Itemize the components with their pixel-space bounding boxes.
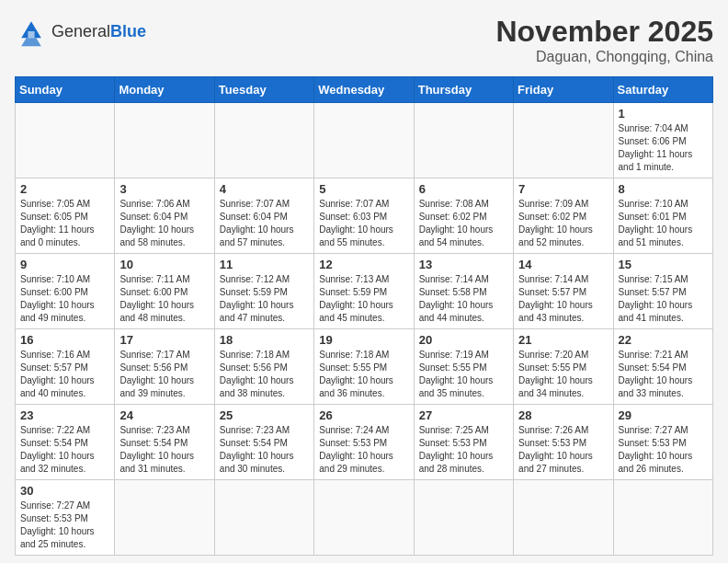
col-sunday: Sunday xyxy=(16,77,115,103)
calendar-cell: 25Sunrise: 7:23 AM Sunset: 5:54 PM Dayli… xyxy=(214,405,313,480)
calendar-subtitle: Daguan, Chongqing, China xyxy=(495,49,713,65)
col-thursday: Thursday xyxy=(414,77,513,103)
calendar-week-2: 2Sunrise: 7:05 AM Sunset: 6:05 PM Daylig… xyxy=(16,178,713,254)
day-number: 17 xyxy=(119,333,209,347)
calendar-cell: 16Sunrise: 7:16 AM Sunset: 5:57 PM Dayli… xyxy=(16,329,115,405)
day-number: 18 xyxy=(220,333,309,347)
day-info: Sunrise: 7:26 AM Sunset: 5:53 PM Dayligh… xyxy=(518,424,608,476)
col-saturday: Saturday xyxy=(613,77,712,103)
day-number: 2 xyxy=(20,182,109,196)
day-info: Sunrise: 7:11 AM Sunset: 6:00 PM Dayligh… xyxy=(119,273,209,325)
calendar-cell: 21Sunrise: 7:20 AM Sunset: 5:55 PM Dayli… xyxy=(514,329,613,405)
calendar-cell xyxy=(414,480,513,556)
day-info: Sunrise: 7:09 AM Sunset: 6:02 PM Dayligh… xyxy=(518,198,608,249)
calendar-cell xyxy=(514,103,613,178)
logo-icon xyxy=(15,15,48,48)
calendar-cell: 1Sunrise: 7:04 AM Sunset: 6:06 PM Daylig… xyxy=(613,103,712,178)
calendar-cell: 28Sunrise: 7:26 AM Sunset: 5:53 PM Dayli… xyxy=(514,405,613,480)
calendar-header-row: Sunday Monday Tuesday Wednesday Thursday… xyxy=(16,77,713,103)
calendar-cell xyxy=(613,480,712,556)
calendar-week-5: 23Sunrise: 7:22 AM Sunset: 5:54 PM Dayli… xyxy=(16,405,713,480)
day-number: 22 xyxy=(619,333,708,347)
day-number: 24 xyxy=(119,408,209,422)
day-info: Sunrise: 7:08 AM Sunset: 6:02 PM Dayligh… xyxy=(419,198,508,249)
calendar-week-3: 9Sunrise: 7:10 AM Sunset: 6:00 PM Daylig… xyxy=(16,254,713,329)
day-info: Sunrise: 7:15 AM Sunset: 5:57 PM Dayligh… xyxy=(619,273,708,325)
calendar-cell: 8Sunrise: 7:10 AM Sunset: 6:01 PM Daylig… xyxy=(613,178,712,254)
svg-rect-2 xyxy=(28,31,34,38)
day-number: 28 xyxy=(518,408,608,422)
calendar-cell: 11Sunrise: 7:12 AM Sunset: 5:59 PM Dayli… xyxy=(214,254,313,329)
day-info: Sunrise: 7:27 AM Sunset: 5:53 PM Dayligh… xyxy=(619,424,708,476)
day-number: 3 xyxy=(119,182,209,196)
calendar-cell: 26Sunrise: 7:24 AM Sunset: 5:53 PM Dayli… xyxy=(314,405,414,480)
day-number: 15 xyxy=(619,258,708,271)
header: GeneralBlue November 2025 Daguan, Chongq… xyxy=(15,15,713,65)
calendar-cell: 9Sunrise: 7:10 AM Sunset: 6:00 PM Daylig… xyxy=(16,254,115,329)
day-info: Sunrise: 7:17 AM Sunset: 5:56 PM Dayligh… xyxy=(119,349,209,400)
day-number: 19 xyxy=(319,333,408,347)
calendar-table: Sunday Monday Tuesday Wednesday Thursday… xyxy=(15,76,713,556)
day-info: Sunrise: 7:25 AM Sunset: 5:53 PM Dayligh… xyxy=(419,424,508,476)
day-info: Sunrise: 7:23 AM Sunset: 5:54 PM Dayligh… xyxy=(220,424,309,476)
day-info: Sunrise: 7:13 AM Sunset: 5:59 PM Dayligh… xyxy=(319,273,408,325)
logo-text: GeneralBlue xyxy=(51,22,146,41)
calendar-cell: 23Sunrise: 7:22 AM Sunset: 5:54 PM Dayli… xyxy=(16,405,115,480)
calendar-cell: 18Sunrise: 7:18 AM Sunset: 5:56 PM Dayli… xyxy=(214,329,313,405)
col-monday: Monday xyxy=(115,77,214,103)
calendar-cell: 4Sunrise: 7:07 AM Sunset: 6:04 PM Daylig… xyxy=(214,178,313,254)
day-number: 14 xyxy=(518,258,608,271)
calendar-week-4: 16Sunrise: 7:16 AM Sunset: 5:57 PM Dayli… xyxy=(16,329,713,405)
calendar-week-6: 30Sunrise: 7:27 AM Sunset: 5:53 PM Dayli… xyxy=(16,480,713,556)
calendar-cell: 6Sunrise: 7:08 AM Sunset: 6:02 PM Daylig… xyxy=(414,178,513,254)
day-info: Sunrise: 7:10 AM Sunset: 6:01 PM Dayligh… xyxy=(619,198,708,249)
calendar-cell: 3Sunrise: 7:06 AM Sunset: 6:04 PM Daylig… xyxy=(115,178,214,254)
title-block: November 2025 Daguan, Chongqing, China xyxy=(495,15,713,65)
calendar-cell xyxy=(414,103,513,178)
day-number: 20 xyxy=(419,333,508,347)
day-info: Sunrise: 7:06 AM Sunset: 6:04 PM Dayligh… xyxy=(119,198,209,249)
col-tuesday: Tuesday xyxy=(214,77,313,103)
calendar-cell: 13Sunrise: 7:14 AM Sunset: 5:58 PM Dayli… xyxy=(414,254,513,329)
calendar-cell: 20Sunrise: 7:19 AM Sunset: 5:55 PM Dayli… xyxy=(414,329,513,405)
day-number: 8 xyxy=(619,182,708,196)
day-number: 30 xyxy=(20,484,109,498)
calendar-cell xyxy=(514,480,613,556)
col-wednesday: Wednesday xyxy=(314,77,414,103)
day-info: Sunrise: 7:14 AM Sunset: 5:58 PM Dayligh… xyxy=(419,273,508,325)
calendar-cell: 14Sunrise: 7:14 AM Sunset: 5:57 PM Dayli… xyxy=(514,254,613,329)
calendar-cell: 29Sunrise: 7:27 AM Sunset: 5:53 PM Dayli… xyxy=(613,405,712,480)
svg-marker-1 xyxy=(21,38,41,46)
logo: GeneralBlue xyxy=(15,15,146,48)
day-info: Sunrise: 7:05 AM Sunset: 6:05 PM Dayligh… xyxy=(20,198,109,249)
day-info: Sunrise: 7:07 AM Sunset: 6:03 PM Dayligh… xyxy=(319,198,408,249)
day-number: 16 xyxy=(20,333,109,347)
day-number: 23 xyxy=(20,408,109,422)
calendar-cell xyxy=(214,103,313,178)
day-info: Sunrise: 7:21 AM Sunset: 5:54 PM Dayligh… xyxy=(619,349,708,400)
day-number: 7 xyxy=(518,182,608,196)
day-info: Sunrise: 7:07 AM Sunset: 6:04 PM Dayligh… xyxy=(220,198,309,249)
calendar-cell xyxy=(214,480,313,556)
day-number: 12 xyxy=(319,258,408,271)
calendar-cell: 12Sunrise: 7:13 AM Sunset: 5:59 PM Dayli… xyxy=(314,254,414,329)
calendar-cell xyxy=(314,103,414,178)
calendar-cell xyxy=(115,103,214,178)
day-number: 26 xyxy=(319,408,408,422)
calendar-cell: 5Sunrise: 7:07 AM Sunset: 6:03 PM Daylig… xyxy=(314,178,414,254)
day-info: Sunrise: 7:19 AM Sunset: 5:55 PM Dayligh… xyxy=(419,349,508,400)
day-info: Sunrise: 7:16 AM Sunset: 5:57 PM Dayligh… xyxy=(20,349,109,400)
day-info: Sunrise: 7:18 AM Sunset: 5:56 PM Dayligh… xyxy=(220,349,309,400)
day-info: Sunrise: 7:24 AM Sunset: 5:53 PM Dayligh… xyxy=(319,424,408,476)
day-info: Sunrise: 7:12 AM Sunset: 5:59 PM Dayligh… xyxy=(220,273,309,325)
calendar-title: November 2025 xyxy=(495,15,713,49)
day-number: 11 xyxy=(220,258,309,271)
calendar-cell: 24Sunrise: 7:23 AM Sunset: 5:54 PM Dayli… xyxy=(115,405,214,480)
day-number: 6 xyxy=(419,182,508,196)
day-info: Sunrise: 7:04 AM Sunset: 6:06 PM Dayligh… xyxy=(619,122,708,174)
day-number: 5 xyxy=(319,182,408,196)
day-number: 9 xyxy=(20,258,109,271)
day-info: Sunrise: 7:27 AM Sunset: 5:53 PM Dayligh… xyxy=(20,500,109,551)
calendar-cell: 7Sunrise: 7:09 AM Sunset: 6:02 PM Daylig… xyxy=(514,178,613,254)
calendar-cell: 22Sunrise: 7:21 AM Sunset: 5:54 PM Dayli… xyxy=(613,329,712,405)
